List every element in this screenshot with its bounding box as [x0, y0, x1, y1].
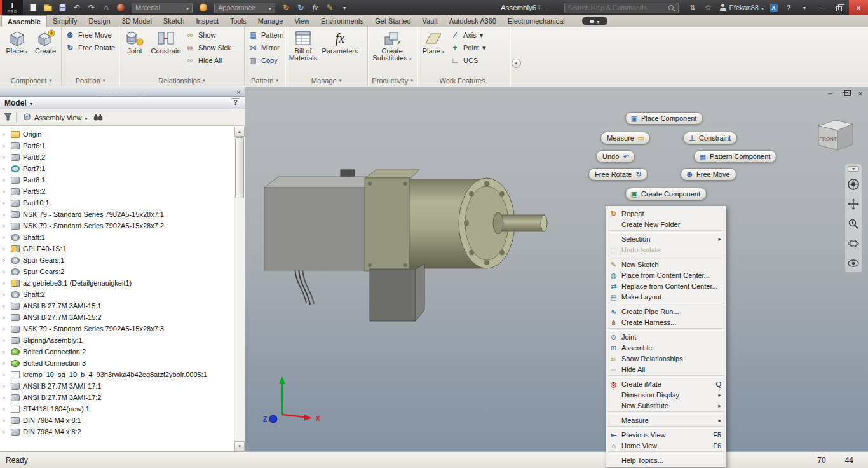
axis-button[interactable]: Axis ▾ — [450, 30, 486, 40]
expand-arrow-icon[interactable] — [3, 371, 11, 378]
expand-arrow-icon[interactable] — [3, 303, 11, 309]
context-menu-item[interactable]: Previous View F5 — [606, 429, 726, 440]
qat-customize-icon[interactable] — [339, 3, 349, 13]
panel-label-productivity[interactable]: Productivity — [368, 76, 417, 85]
bill-of-materials-button[interactable]: Bill of Materials — [287, 28, 319, 62]
tree-item[interactable]: Spur Gears:1 — [0, 254, 234, 266]
ribbon-tab[interactable]: Electromechanical — [502, 15, 571, 27]
create-substitutes-button[interactable]: Create Substitutes ▾ — [370, 28, 414, 62]
find-icon[interactable] — [93, 113, 103, 122]
navbar-chevron-icon[interactable] — [848, 166, 859, 172]
expand-arrow-icon[interactable] — [3, 177, 11, 183]
orbit-button[interactable] — [846, 237, 860, 251]
tree-item[interactable]: kremp_10_sg_10_b_4_93h3rwka4b42eg8atzf2y… — [0, 369, 234, 380]
refresh-icon[interactable] — [295, 3, 306, 13]
help-menu-chevron-icon[interactable] — [799, 3, 810, 13]
new-file-icon[interactable] — [28, 3, 38, 13]
browser-header[interactable]: Model ? — [0, 97, 245, 109]
ribbon-tab[interactable]: Simplify — [47, 15, 83, 27]
search-icon[interactable] — [668, 4, 675, 11]
context-menu-item[interactable]: Hide All — [606, 364, 726, 375]
expand-arrow-icon[interactable] — [3, 348, 11, 355]
context-menu-item[interactable]: Dimension Display — [606, 389, 726, 400]
tree-item[interactable]: Spur Gears:2 — [0, 266, 234, 277]
context-menu-item[interactable]: Replace from Content Center... — [606, 280, 726, 291]
tree-item[interactable]: SlipringAssembly:1 — [0, 334, 234, 346]
marking-menu-button[interactable]: Constraint — [683, 132, 737, 144]
expand-arrow-icon[interactable] — [3, 131, 11, 137]
context-menu-item[interactable]: Show Relationships — [606, 353, 726, 364]
browser-help-button[interactable]: ? — [231, 98, 240, 107]
context-menu-item[interactable]: Repeat — [606, 208, 726, 219]
tree-item[interactable]: Shaft:1 — [0, 231, 234, 243]
joint-button[interactable]: Joint — [121, 28, 148, 55]
expand-arrow-icon[interactable] — [3, 234, 11, 240]
save-icon[interactable] — [57, 3, 67, 13]
expand-arrow-icon[interactable] — [3, 280, 11, 286]
marking-menu-button[interactable]: Pattern Component — [694, 150, 776, 163]
tree-item[interactable]: Part9:2 — [0, 186, 234, 197]
tree-item[interactable]: ANSI B 27.7M 3AMI-15:2 — [0, 312, 234, 323]
measure-pencil-icon[interactable] — [325, 3, 335, 13]
view-cube[interactable]: FRONT — [813, 116, 858, 155]
plane-button[interactable]: Plane ▾ — [419, 28, 447, 55]
doc-restore-button[interactable] — [841, 89, 849, 98]
ribbon-tab[interactable]: Sketch — [158, 15, 191, 27]
expand-arrow-icon[interactable] — [3, 406, 11, 412]
tree-item[interactable]: Part6:1 — [0, 140, 234, 151]
doc-close-button[interactable] — [857, 89, 864, 98]
context-menu-item[interactable]: Create Harness... — [606, 317, 726, 327]
ribbon-tab[interactable]: Environments — [315, 15, 369, 27]
viewport-3d[interactable]: FRONT X Z — [245, 87, 868, 451]
home-icon[interactable] — [101, 3, 111, 13]
tree-item[interactable]: Part10:1 — [0, 197, 234, 209]
panel-close-icon[interactable]: × — [234, 88, 243, 96]
search-input[interactable] — [568, 4, 668, 11]
filter-icon[interactable] — [4, 113, 12, 122]
undo-icon[interactable] — [72, 3, 82, 13]
context-menu-item[interactable]: Selection — [606, 233, 726, 244]
context-menu-item[interactable]: Create iMate Q — [606, 378, 726, 389]
expand-arrow-icon[interactable] — [3, 417, 11, 423]
look-at-button[interactable] — [846, 256, 860, 270]
pattern-button[interactable]: Pattern — [248, 30, 283, 40]
doc-minimize-button[interactable] — [826, 89, 834, 98]
ribbon-tab[interactable]: Autodesk A360 — [444, 15, 502, 27]
assembly-view-dropdown[interactable]: Assembly View — [20, 112, 90, 123]
expand-arrow-icon[interactable] — [3, 188, 11, 195]
panel-label-position[interactable]: Position — [62, 76, 119, 85]
expand-arrow-icon[interactable] — [3, 165, 11, 172]
context-menu-item[interactable]: Create New Folder — [606, 219, 726, 230]
appearance-sphere-icon[interactable] — [198, 3, 208, 13]
user-account-button[interactable]: Efekan88 — [719, 4, 764, 11]
parameters-button[interactable]: fx Parameters — [320, 28, 360, 55]
copy-button[interactable]: Copy — [248, 55, 283, 65]
help-icon[interactable] — [783, 3, 794, 13]
restore-button[interactable] — [834, 3, 844, 13]
ribbon-tab[interactable]: Assemble — [1, 15, 47, 27]
tree-item[interactable]: ANSI B 27.7M 3AMI-17:1 — [0, 380, 234, 392]
tree-item[interactable]: ANSI B 27.7M 3AMI-17:2 — [0, 392, 234, 403]
hide-all-button[interactable]: Hide All — [185, 55, 231, 65]
context-menu-item[interactable]: Make Layout — [606, 291, 726, 302]
panel-label-manage[interactable]: Manage — [285, 76, 367, 85]
material-sphere-icon[interactable] — [116, 3, 126, 13]
ribbon-tab[interactable]: Vault — [417, 15, 444, 27]
scroll-up-icon[interactable] — [234, 127, 245, 137]
ribbon-tab[interactable]: 3D Model — [116, 15, 158, 27]
free-move-button[interactable]: Free Move — [65, 30, 115, 40]
panel-label-component[interactable]: Component — [1, 76, 61, 85]
redo-icon[interactable] — [86, 3, 97, 13]
ribbon-tab[interactable]: View — [288, 15, 315, 27]
context-menu-item[interactable]: Place from Content Center... — [606, 270, 726, 280]
expand-arrow-icon[interactable] — [3, 268, 11, 275]
show-button[interactable]: Show — [185, 30, 231, 40]
navigation-wheel-button[interactable] — [846, 177, 860, 191]
marking-menu-button[interactable]: Measure — [600, 132, 650, 144]
sync-status-icon[interactable] — [688, 3, 698, 13]
tree-item[interactable]: DIN 7984 M4 x 8:1 — [0, 415, 234, 426]
tree-item[interactable]: az-getriebe3:1 (Detailgenauigkeit1) — [0, 277, 234, 289]
assembly-model[interactable] — [245, 87, 868, 451]
tree-item[interactable]: Part7:1 — [0, 163, 234, 174]
create-button[interactable]: Create — [32, 28, 59, 55]
